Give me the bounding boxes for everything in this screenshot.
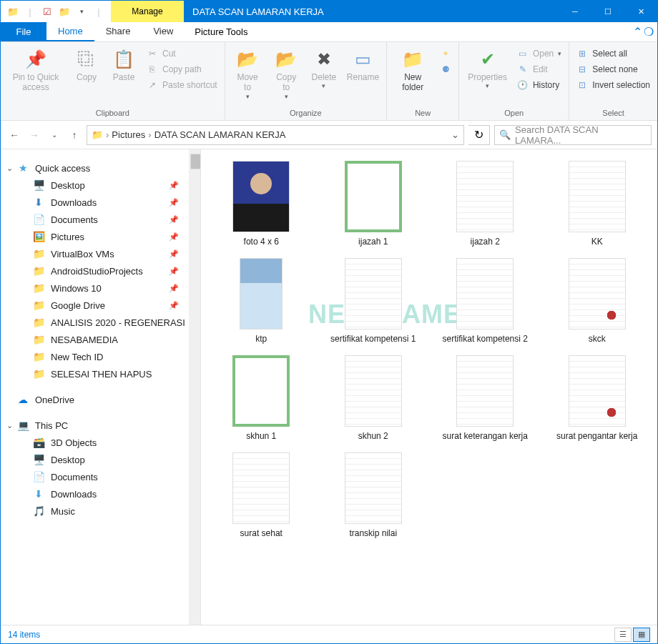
file-thumbnail	[345, 258, 402, 330]
maximize-button[interactable]: ☐	[591, 1, 624, 22]
new-item-button[interactable]: ✦	[437, 46, 454, 61]
sidebar-item[interactable]: 🎵Music	[1, 502, 200, 520]
share-tab[interactable]: Share	[94, 22, 142, 41]
paste-icon: 📋	[112, 48, 135, 71]
delete-button[interactable]: ✖Delete▾	[307, 45, 341, 93]
file-name: surat sehat	[240, 528, 283, 538]
file-item[interactable]: ijazah 1	[319, 158, 428, 249]
breadcrumb-current[interactable]: DATA SCAN LAMARAN KERJA	[154, 129, 286, 140]
file-item[interactable]: KK	[543, 158, 652, 249]
sidebar-item[interactable]: 📁Google Drive📌	[1, 297, 200, 314]
sidebar-item[interactable]: 📁AndroidStudioProjects📌	[1, 262, 200, 279]
sidebar-item[interactable]: 📁Windows 10📌	[1, 279, 200, 297]
cut-button[interactable]: ✂Cut	[144, 46, 220, 61]
folder-icon: 📁	[32, 299, 45, 312]
sidebar-item-label: Downloads	[51, 197, 97, 208]
file-name: ktp	[255, 334, 267, 344]
file-item[interactable]: ktp	[207, 255, 316, 347]
up-button[interactable]: ↑	[67, 127, 82, 143]
select-none-button[interactable]: ⊟Select none	[574, 62, 653, 76]
sidebar-item[interactable]: 📄Documents	[1, 468, 200, 485]
status-bar: 14 items ☰ ▦	[1, 625, 657, 643]
easy-access-button[interactable]: ⚈	[437, 62, 454, 76]
file-item[interactable]: sertifikat kompetensi 1	[319, 255, 428, 347]
qat-new-folder-icon[interactable]: 📁	[57, 4, 72, 19]
picture-tools-tab[interactable]: Picture Tools	[185, 22, 257, 41]
copy-path-button[interactable]: ⎘Copy path	[144, 62, 220, 76]
refresh-button[interactable]: ↻	[468, 125, 490, 145]
sidebar-item[interactable]: ⬇Downloads📌	[1, 194, 200, 211]
address-dropdown-icon[interactable]: ⌄	[451, 129, 459, 140]
sidebar-item[interactable]: 🖼️Pictures📌	[1, 228, 200, 245]
sidebar-item-label: Desktop	[51, 455, 85, 465]
onedrive-header[interactable]: ☁ OneDrive	[1, 391, 200, 408]
file-item[interactable]: foto 4 x 6	[207, 158, 316, 249]
open-button[interactable]: ▭Open ▾	[514, 46, 564, 61]
invert-selection-button[interactable]: ⊡Invert selection	[574, 78, 653, 92]
paste-button[interactable]: 📋Paste	[107, 45, 141, 85]
sidebar-item[interactable]: 🖥️Desktop📌	[1, 177, 200, 194]
properties-button[interactable]: ✔Properties▾	[463, 45, 511, 93]
file-name: surat pengantar kerja	[556, 431, 637, 441]
content-pane[interactable]: NESABAMEDIA foto 4 x 6ijazah 1ijazah 2KK…	[201, 149, 657, 625]
open-group-label: Open	[463, 107, 564, 119]
sidebar-item[interactable]: 📁VirtualBox VMs📌	[1, 245, 200, 262]
search-box[interactable]: 🔍 Search DATA SCAN LAMARA...	[494, 125, 652, 145]
open-group: ✔Properties▾ ▭Open ▾ ✎Edit 🕑History Open	[459, 42, 569, 120]
file-item[interactable]: skck	[543, 255, 652, 347]
file-item[interactable]: skhun 1	[207, 352, 316, 444]
home-tab[interactable]: Home	[46, 22, 94, 41]
file-item[interactable]: surat keterangan kerja	[431, 352, 540, 444]
back-button[interactable]: ←	[6, 127, 22, 143]
recent-locations-button[interactable]: ⌄	[46, 127, 62, 143]
titlebar: 📁 | ☑ 📁 ▾ | Manage DATA SCAN LAMARAN KER…	[1, 1, 657, 22]
file-item[interactable]: surat sehat	[207, 450, 316, 541]
file-item[interactable]: transkip nilai	[319, 450, 428, 541]
select-all-button[interactable]: ⊞Select all	[574, 46, 653, 61]
file-item[interactable]: surat pengantar kerja	[543, 352, 652, 444]
sidebar-item[interactable]: 🖥️Desktop	[1, 451, 200, 468]
edit-button[interactable]: ✎Edit	[514, 62, 564, 76]
file-thumbnail	[345, 355, 402, 427]
sidebar-item[interactable]: 📁New Tech ID	[1, 348, 200, 365]
copy-to-button[interactable]: 📂Copy to▾	[268, 45, 304, 104]
rename-button[interactable]: ▭Rename	[344, 45, 382, 85]
forward-button[interactable]: →	[26, 127, 42, 143]
file-tab[interactable]: File	[1, 22, 46, 41]
folder-icon: ⬇	[32, 487, 45, 500]
minimize-button[interactable]: ─	[559, 1, 591, 22]
paste-shortcut-button[interactable]: ↗Paste shortcut	[144, 78, 220, 92]
sidebar-item[interactable]: 📁NESABAMEDIA	[1, 331, 200, 348]
view-tab[interactable]: View	[142, 22, 185, 41]
sidebar-item[interactable]: 🗃️3D Objects	[1, 434, 200, 451]
sidebar-item[interactable]: 📁SELESAI THEN HAPUS	[1, 365, 200, 382]
sidebar-item-label: Windows 10	[51, 283, 102, 294]
qat-properties-icon[interactable]: ☑	[39, 4, 55, 19]
file-item[interactable]: sertifikat kompetensi 2	[431, 255, 540, 347]
icons-view-button[interactable]: ▦	[633, 628, 650, 642]
history-button[interactable]: 🕑History	[514, 78, 564, 92]
breadcrumb-pictures[interactable]: Pictures	[112, 129, 145, 140]
file-item[interactable]: ijazah 2	[431, 158, 540, 249]
sidebar-item-label: ANALISIS 2020 - REGENERASI	[51, 317, 185, 328]
copy-button[interactable]: ⿻Copy	[69, 45, 104, 85]
new-folder-button[interactable]: 📁New folder	[391, 45, 434, 96]
item-count: 14 items	[8, 630, 40, 640]
ribbon-collapse-button[interactable]: ⌃❍	[629, 22, 657, 41]
sidebar-item[interactable]: 📁ANALISIS 2020 - REGENERASI	[1, 314, 200, 331]
this-pc-header[interactable]: 💻 This PC	[1, 417, 200, 434]
file-name: ijazah 2	[471, 237, 500, 247]
file-item[interactable]: skhun 2	[319, 352, 428, 444]
close-button[interactable]: ✕	[624, 1, 657, 22]
pin-icon: 📌	[169, 249, 195, 259]
address-bar[interactable]: 📁 › Pictures › DATA SCAN LAMARAN KERJA ⌄	[87, 125, 464, 145]
navigation-pane[interactable]: ★ Quick access 🖥️Desktop📌⬇Downloads📌📄Doc…	[1, 149, 201, 625]
sidebar-item[interactable]: ⬇Downloads	[1, 485, 200, 502]
pin-to-quick-access-button[interactable]: 📌Pin to Quick access	[5, 45, 67, 96]
qat-dropdown-icon[interactable]: ▾	[74, 4, 89, 19]
folder-icon: 🖼️	[32, 230, 45, 243]
details-view-button[interactable]: ☰	[614, 628, 632, 642]
sidebar-item[interactable]: 📄Documents📌	[1, 211, 200, 228]
quick-access-header[interactable]: ★ Quick access	[1, 159, 200, 177]
move-to-button[interactable]: 📂Move to▾	[230, 45, 266, 104]
